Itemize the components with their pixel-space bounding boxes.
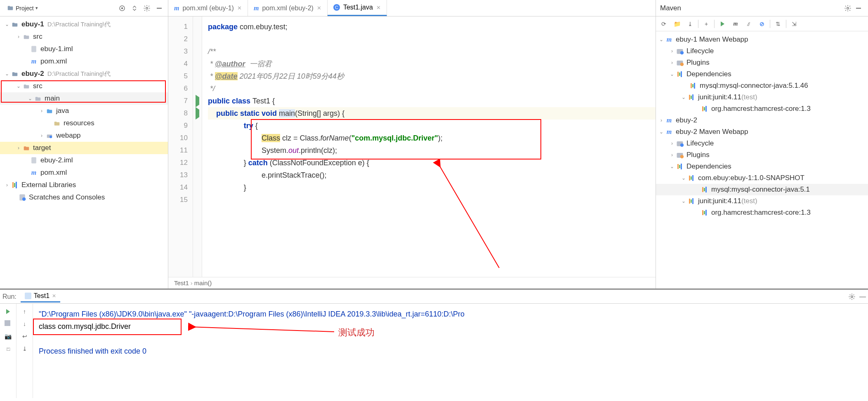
tree-node-iml-1[interactable]: ebuy-1.iml [0,43,168,55]
exit-icon[interactable]: ⏍ [3,343,14,354]
hide-icon[interactable] [154,3,165,14]
tree-node-webapp[interactable]: › webapp [0,129,168,142]
svg-rect-39 [5,320,10,326]
tree-node-pom-2[interactable]: m pom.xml [0,166,168,179]
collapse-arrow-icon[interactable]: › [15,145,22,151]
maven-node[interactable]: ⌄Dependencies [656,161,868,172]
up-icon[interactable]: ↑ [19,306,30,317]
collapse-arrow-icon[interactable]: › [3,182,11,188]
run-main-icon[interactable] [193,107,202,120]
svg-rect-17 [47,109,50,111]
svg-rect-19 [54,122,57,123]
project-tree[interactable]: ⌄ ebuy-1 D:\Practical Training\代 › src e… [0,16,168,288]
tree-node-resources[interactable]: resources [0,117,168,129]
execute-goal-icon[interactable]: m [729,18,742,30]
line-gutter[interactable]: 123 456 789 101112 131415 [168,16,193,277]
maven-node[interactable]: org.hamcrest:hamcrest-core:1.3 [656,103,868,115]
tree-node-ebuy1[interactable]: ⌄ ebuy-1 D:\Practical Training\代 [0,18,168,30]
show-deps-icon[interactable]: ⇅ [772,18,784,30]
stop-icon[interactable] [3,319,14,329]
tree-node-src-2[interactable]: ⌄ src [0,80,168,92]
maven-node[interactable]: ›Lifecycle [656,138,868,149]
tab-pom-ebuy2[interactable]: m pom.xml (ebuy-2) ✕ [248,0,328,16]
close-icon[interactable]: ✕ [52,293,56,299]
maven-header: Maven [656,0,868,16]
maven-tree[interactable]: ⌄mebuy-1 Maven Webapp ›Lifecycle ›Plugin… [656,31,868,288]
expand-arrow-icon[interactable]: ⌄ [26,96,34,101]
gear-icon[interactable] [142,3,152,14]
svg-point-30 [680,51,684,54]
run-tab[interactable]: Test1 ✕ [21,291,60,303]
maven-node[interactable]: org.hamcrest:hamcrest-core:1.3 [656,207,868,218]
breadcrumb[interactable]: Test1 › main() [168,277,656,288]
tree-node-java[interactable]: › java [0,105,168,117]
maven-node[interactable]: ›Plugins [656,149,868,161]
maven-node[interactable]: ⌄junit:junit:4.11 (test) [656,91,868,103]
toggle-skip-tests-icon[interactable]: ⊘ [756,18,768,30]
maven-node[interactable]: ⌄mebuy-1 Maven Webapp [656,34,868,45]
maven-panel: Maven ⟳ 📁 ⤓ + m ⫽ ⊘ ⇅ ⇲ ⌄mebuy-1 Maven W… [656,0,868,288]
hide-icon[interactable] [853,3,864,14]
project-panel: Project ▾ ⌄ ebuy-1 D:\Practical Training… [0,0,168,288]
maven-node[interactable]: ⌄com.ebuy:ebuy-1:1.0-SNAPSHOT [656,172,868,184]
tree-node-target[interactable]: › target [0,142,168,154]
svg-point-26 [22,197,26,201]
run-class-icon[interactable] [193,95,202,107]
add-project-icon[interactable]: + [700,18,712,30]
run-panel: Run: Test1 ✕ — 📷 ⏍ ↑ ↓ ↩ ⤓ "D:\Program F… [0,288,868,398]
maven-node[interactable]: ›Plugins [656,57,868,68]
expand-arrow-icon[interactable]: ⌄ [3,21,11,27]
close-icon[interactable]: ✕ [317,5,321,11]
maven-node[interactable]: ›Lifecycle [656,45,868,57]
tab-test1[interactable]: C Test1.java ✕ [328,0,387,16]
tree-node-src-1[interactable]: › src [0,30,168,43]
project-view-dropdown[interactable]: Project ▾ [3,3,41,13]
expand-arrow-icon[interactable]: ⌄ [3,71,11,77]
svg-point-28 [847,7,849,9]
tree-node-scratches[interactable]: Scratches and Consoles [0,191,168,204]
collapse-arrow-icon[interactable]: › [38,108,45,114]
collapse-arrow-icon[interactable]: › [15,34,22,40]
close-icon[interactable]: ✕ [376,5,381,11]
generate-sources-icon[interactable]: 📁 [671,18,683,30]
reimport-icon[interactable]: ⟳ [658,18,670,30]
soft-wrap-icon[interactable]: ↩ [19,331,30,342]
maven-node[interactable]: mysql:mysql-connector-java:5.1 [656,184,868,195]
svg-rect-13 [24,84,26,86]
expand-arrow-icon[interactable]: ⌄ [15,83,22,89]
dump-threads-icon[interactable]: 📷 [3,331,14,342]
editor-panel: m pom.xml (ebuy-1) ✕ m pom.xml (ebuy-2) … [168,0,656,288]
down-icon[interactable]: ↓ [19,319,30,329]
toggle-offline-icon[interactable]: ⫽ [743,18,755,30]
maven-node[interactable]: ›mebuy-2 [656,115,868,126]
hide-icon[interactable]: — [857,291,868,302]
maven-node[interactable]: ⌄Dependencies [656,68,868,80]
close-icon[interactable]: ✕ [237,5,242,11]
run-icon[interactable] [716,18,729,30]
collapse-arrow-icon[interactable]: › [38,133,45,138]
expand-all-icon[interactable] [129,3,140,14]
gear-icon[interactable] [842,3,853,14]
tree-node-iml-2[interactable]: ebuy-2.iml [0,154,168,166]
tree-node-ebuy2[interactable]: ⌄ ebuy-2 D:\Practical Training\代 [0,68,168,80]
console-output[interactable]: "D:\Program Files (x86)\JDK9.0\bin\java.… [33,304,868,398]
project-panel-label: Project [16,5,34,12]
scroll-end-icon[interactable]: ⤓ [19,343,30,354]
maven-node[interactable]: mysql:mysql-connector-java:5.1.46 [656,80,868,91]
tree-node-external-libs[interactable]: › External Libraries [0,179,168,191]
gear-icon[interactable] [847,291,857,302]
download-sources-icon[interactable]: ⤓ [684,18,696,30]
tab-pom-ebuy1[interactable]: m pom.xml (ebuy-1) ✕ [168,0,248,16]
maven-node[interactable]: ⌄junit:junit:4.11 (test) [656,195,868,207]
locate-icon[interactable] [117,3,127,14]
svg-point-21 [50,135,52,138]
maven-node[interactable]: ⌄mebuy-2 Maven Webapp [656,126,868,138]
tree-node-main[interactable]: ⌄ main [0,92,168,105]
rerun-icon[interactable] [3,306,14,317]
tree-node-pom-1[interactable]: m pom.xml [0,55,168,68]
svg-point-36 [680,155,684,158]
chevron-down-icon: ▾ [35,5,38,11]
collapse-all-icon[interactable]: ⇲ [788,18,800,30]
code-editor[interactable]: package com.ebuy.test; /** * @author 一宿君… [202,16,656,277]
maven-file-icon: m [30,169,38,177]
